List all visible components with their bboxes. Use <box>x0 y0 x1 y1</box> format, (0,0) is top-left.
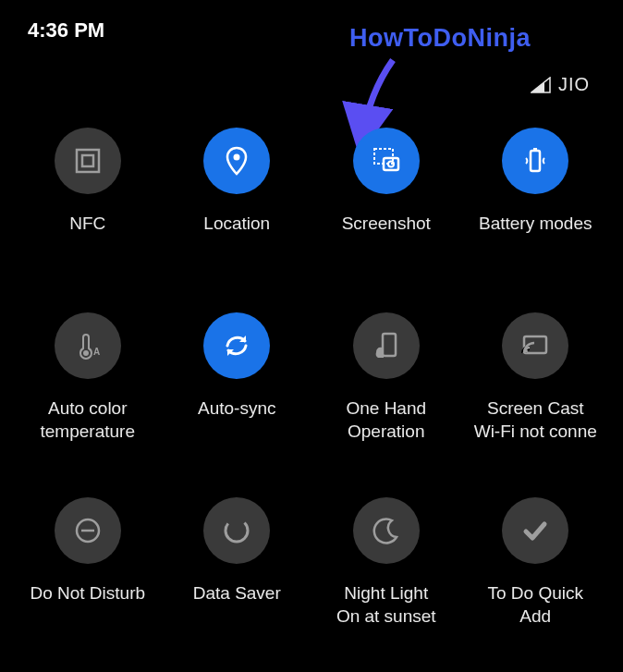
tile-label: To Do Quick Add <box>488 582 583 628</box>
tile-auto-color-temperature[interactable]: A Auto color temperature <box>14 312 162 443</box>
battery-icon <box>502 128 568 194</box>
carrier-label: JIO <box>558 74 590 95</box>
tile-label: Do Not Disturb <box>30 582 145 605</box>
svg-rect-10 <box>383 334 396 356</box>
svg-rect-1 <box>82 155 93 166</box>
svg-text:A: A <box>93 347 100 357</box>
nightlight-icon <box>353 497 420 564</box>
todo-icon <box>502 497 568 564</box>
cast-icon <box>502 312 568 379</box>
tile-label: NFC <box>69 213 105 236</box>
tile-label: One Hand Operation <box>346 397 426 443</box>
tile-label: Data Saver <box>193 582 281 605</box>
svg-rect-0 <box>77 150 99 172</box>
tile-label: Night Light <box>344 582 428 605</box>
svg-point-15 <box>221 515 252 546</box>
tile-nfc[interactable]: NFC <box>14 128 162 236</box>
tile-auto-sync[interactable]: Auto-sync <box>163 312 311 421</box>
tile-label: Auto-sync <box>198 397 275 421</box>
svg-point-2 <box>234 154 240 161</box>
tile-do-not-disturb[interactable]: Do Not Disturb <box>14 497 162 605</box>
tile-battery-modes[interactable]: Battery modes <box>461 128 609 236</box>
tile-location[interactable]: Location <box>163 128 311 236</box>
tile-label: Screenshot <box>342 213 431 236</box>
tile-screen-cast[interactable]: Screen Cast Wi-Fi not conne <box>461 312 609 443</box>
tile-data-saver[interactable]: Data Saver <box>163 497 311 605</box>
location-icon <box>203 128 270 194</box>
tile-sublabel: On at sunset <box>336 605 436 629</box>
tile-night-light[interactable]: Night Light On at sunset <box>312 497 460 628</box>
svg-rect-7 <box>533 148 537 151</box>
nfc-icon <box>55 128 121 194</box>
tile-todo-quick-add[interactable]: To Do Quick Add <box>461 497 609 628</box>
tile-label: Battery modes <box>479 213 592 236</box>
datasaver-icon <box>203 497 270 564</box>
tile-one-hand-operation[interactable]: One Hand Operation <box>312 312 460 443</box>
tile-sublabel: Wi-Fi not conne <box>474 421 597 444</box>
screenshot-icon <box>353 128 420 194</box>
signal-icon <box>531 77 551 93</box>
sync-icon <box>203 312 270 379</box>
tile-label: Auto color temperature <box>41 397 135 443</box>
thermometer-icon: A <box>55 312 121 379</box>
clock: 4:36 PM <box>28 18 104 43</box>
annotation-text: HowToDoNinja <box>349 24 531 53</box>
tile-label: Screen Cast <box>487 397 584 421</box>
svg-rect-6 <box>531 151 540 171</box>
tile-screenshot[interactable]: Screenshot <box>312 128 460 236</box>
onehand-icon <box>353 312 420 379</box>
network-indicator: JIO <box>531 74 590 95</box>
tile-label: Location <box>203 213 270 236</box>
quick-settings-grid: NFC Location Screenshot Batter <box>0 128 623 672</box>
svg-point-12 <box>524 349 528 353</box>
svg-point-8 <box>83 350 89 356</box>
dnd-icon <box>55 497 121 564</box>
